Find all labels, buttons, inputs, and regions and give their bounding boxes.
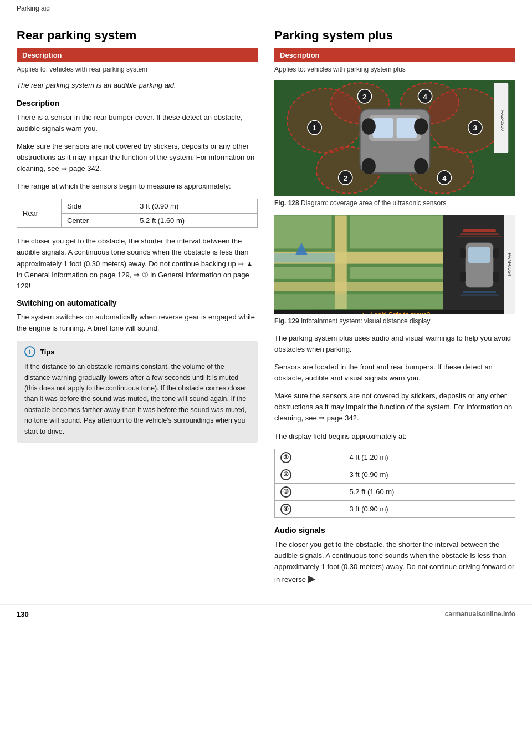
left-column: Rear parking system Description Applies … xyxy=(17,28,258,593)
sensor-row-2: ② 3 ft (0.90 m) xyxy=(275,466,515,483)
left-desc-para1: There is a sensor in the rear bumper cov… xyxy=(17,112,258,134)
svg-rect-43 xyxy=(457,236,502,237)
sensor-val-2: 3 ft (0.90 m) xyxy=(344,466,515,483)
svg-point-14 xyxy=(414,158,428,174)
left-intro: The rear parking system is an audible pa… xyxy=(17,80,258,91)
right-para2: Sensors are located in the front and rea… xyxy=(274,362,515,384)
sensor-val-3: 5.2 ft (1.60 m) xyxy=(344,483,515,500)
left-closer-text: The closer you get to the obstacle, the … xyxy=(17,236,258,292)
sensor-label-1: ① xyxy=(275,449,344,466)
fig128-caption: Fig. 128 Diagram: coverage area of the u… xyxy=(274,199,515,208)
svg-rect-46 xyxy=(460,248,466,258)
nav-map-left xyxy=(274,215,443,310)
switching-heading: Switching on automatically xyxy=(17,298,258,307)
right-description-box: Description xyxy=(274,48,515,62)
svg-text:4: 4 xyxy=(442,174,447,182)
tips-label: Tips xyxy=(40,348,55,356)
table-cell-side-val: 3 ft (0.90 m) xyxy=(134,199,258,214)
sensor-circle-1: ① xyxy=(280,452,291,463)
right-title: Parking system plus xyxy=(274,28,515,43)
svg-rect-48 xyxy=(460,272,466,282)
svg-rect-37 xyxy=(274,294,443,309)
header-label: Parking aid xyxy=(17,4,50,12)
svg-rect-51 xyxy=(460,294,499,296)
svg-rect-9 xyxy=(373,118,393,138)
sensor-circle-4: ④ xyxy=(280,504,291,515)
warning-triangle-icon: ▲ xyxy=(359,310,367,314)
right-description-label: Description xyxy=(280,51,320,59)
car-diagram-svg: 1 3 2 4 2 4 FAZ-0260 xyxy=(274,80,515,196)
table-cell-side: Side xyxy=(62,199,134,214)
svg-text:1: 1 xyxy=(313,124,317,132)
nav-map-area xyxy=(274,215,515,310)
left-applies-to: Applies to: vehicles with rear parking s… xyxy=(17,65,258,73)
fig128-image: 1 3 2 4 2 4 FAZ-0260 xyxy=(274,80,515,196)
svg-point-13 xyxy=(362,158,376,174)
fig129-caption: Fig. 129 Infotainment system: visual dis… xyxy=(274,317,515,326)
svg-rect-36 xyxy=(350,267,443,279)
nav-bottom-bar: ▲ Look! Safe to move? xyxy=(274,310,515,314)
left-desc-heading: Description xyxy=(17,99,258,108)
sensor-val-1: 4 ft (1.20 m) xyxy=(344,449,515,466)
svg-rect-35 xyxy=(274,267,331,279)
nav-display-inner: ▲ Look! Safe to move? xyxy=(274,215,515,314)
audio-text: The closer you get to the obstacle, the … xyxy=(274,539,515,586)
sensor-label-2: ② xyxy=(275,466,344,483)
right-para1: The parking system plus uses audio and v… xyxy=(274,333,515,355)
continue-arrow: ▶ xyxy=(308,574,315,584)
nav-warning-text: Look! Safe to move? xyxy=(370,311,430,314)
svg-point-11 xyxy=(362,118,376,134)
range-table: Rear Side 3 ft (0.90 m) Center 5.2 ft (1… xyxy=(17,199,258,228)
tips-box: i Tips If the distance to an obstacle re… xyxy=(17,341,258,443)
svg-text:FAZ-0260: FAZ-0260 xyxy=(500,110,505,131)
svg-text:2: 2 xyxy=(362,93,367,101)
site-url: carmanualsonline.info xyxy=(445,610,515,618)
left-description-box: Description xyxy=(17,48,258,62)
table-cell-center: Center xyxy=(62,214,134,228)
tips-header: i Tips xyxy=(24,346,250,357)
svg-rect-32 xyxy=(274,282,443,291)
switching-text: The system switches on automatically whe… xyxy=(17,312,258,334)
sensor-circle-3: ③ xyxy=(280,486,291,498)
sensor-circle-2: ② xyxy=(280,469,291,480)
sensor-val-4: 3 ft (0.90 m) xyxy=(344,500,515,517)
nav-map-svg xyxy=(274,215,443,310)
svg-text:3: 3 xyxy=(473,124,478,132)
svg-rect-45 xyxy=(468,247,490,263)
page-header: Parking aid xyxy=(0,0,532,17)
left-description-label: Description xyxy=(22,51,62,59)
car-topdown-svg xyxy=(452,226,507,298)
sensor-label-4: ④ xyxy=(275,500,344,517)
svg-rect-41 xyxy=(463,229,496,232)
sensor-row-4: ④ 3 ft (0.90 m) xyxy=(275,500,515,517)
svg-text:2: 2 xyxy=(343,174,347,182)
left-desc-para2: Make sure the sensors are not covered by… xyxy=(17,141,258,174)
page-number: 130 xyxy=(17,610,29,618)
tips-icon: i xyxy=(24,346,35,357)
left-title: Rear parking system xyxy=(17,28,258,43)
svg-rect-47 xyxy=(493,248,499,258)
svg-text:4: 4 xyxy=(423,93,427,101)
sensor-label-3: ③ xyxy=(275,483,344,500)
sensor-table: ① 4 ft (1.20 m) ② 3 ft (0.90 m) ③ 5.2 ft… xyxy=(274,449,515,518)
right-para4: The display field begins approximately a… xyxy=(274,431,515,442)
sensor-row-1: ① 4 ft (1.20 m) xyxy=(275,449,515,466)
right-para3: Make sure the sensors are not covered by… xyxy=(274,390,515,424)
svg-point-12 xyxy=(414,118,428,134)
right-column: Parking system plus Description Applies … xyxy=(274,28,515,593)
audio-heading: Audio signals xyxy=(274,526,515,535)
svg-rect-33 xyxy=(274,215,331,248)
svg-rect-10 xyxy=(397,118,417,138)
fig129-tag: PAM-8054 xyxy=(504,215,515,314)
page-footer: 130 carmanualsonline.info xyxy=(0,604,532,624)
svg-rect-50 xyxy=(463,291,496,293)
right-applies-to: Applies to: vehicles with parking system… xyxy=(274,65,515,73)
fig129-image: ▲ Look! Safe to move? PAM-8054 xyxy=(274,215,515,314)
sensor-row-3: ③ 5.2 ft (1.60 m) xyxy=(275,483,515,500)
svg-rect-49 xyxy=(493,272,499,282)
left-desc-para3: The range at which the sensors begin to … xyxy=(17,181,258,192)
table-row-label: Rear xyxy=(17,199,62,228)
svg-rect-42 xyxy=(460,233,499,235)
svg-rect-34 xyxy=(350,215,443,248)
tips-text: If the distance to an obstacle remains c… xyxy=(24,362,250,437)
